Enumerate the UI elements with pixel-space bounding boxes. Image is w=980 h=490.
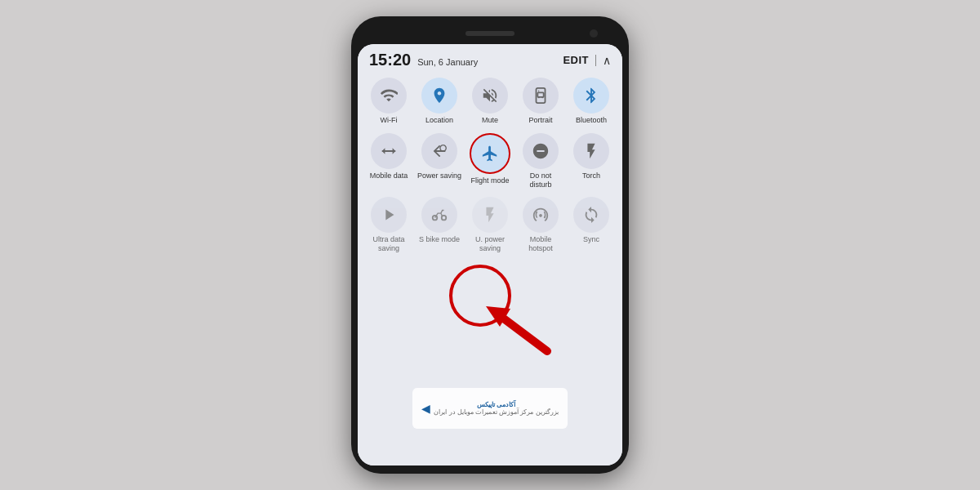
- tiles-row-2: Mobile data Power saving: [364, 133, 616, 189]
- torch-icon: [582, 142, 600, 160]
- phone-device: 15:20 Sun, 6 January EDIT ∧: [351, 16, 629, 474]
- vertical-divider: [595, 55, 596, 66]
- location-icon: [430, 87, 448, 105]
- sbike-icon: [430, 206, 448, 224]
- tile-mute[interactable]: Mute: [467, 78, 513, 125]
- hotspot-icon-wrap: [523, 197, 559, 233]
- flight-mode-icon: [481, 145, 499, 163]
- bluetooth-label: Bluetooth: [576, 116, 607, 125]
- portrait-icon-wrap: [523, 78, 559, 114]
- tile-ultra-data[interactable]: Ultra data saving: [366, 197, 412, 253]
- mute-icon-wrap: [472, 78, 508, 114]
- status-right: EDIT ∧: [563, 54, 611, 67]
- wifi-icon-wrap: [371, 78, 407, 114]
- mobile-data-icon-wrap: [371, 133, 407, 169]
- sync-icon-wrap: [573, 197, 609, 233]
- flight-mode-icon-wrap: [470, 133, 510, 174]
- tile-flight-mode[interactable]: Flight mode: [467, 133, 513, 185]
- tiles-row-1: Wi-Fi Location: [364, 78, 616, 125]
- tile-location[interactable]: Location: [416, 78, 462, 125]
- tile-sync[interactable]: Sync: [568, 197, 614, 244]
- portrait-label: Portrait: [528, 116, 552, 125]
- upower-label: U. power saving: [467, 235, 513, 253]
- edit-button[interactable]: EDIT: [563, 54, 589, 66]
- hotspot-icon: [532, 206, 550, 224]
- portrait-icon: [532, 87, 550, 105]
- tile-hotspot[interactable]: Mobile hotspot: [518, 197, 564, 253]
- tile-portrait[interactable]: Portrait: [518, 78, 564, 125]
- sync-icon: [582, 206, 600, 224]
- time-date-area: 15:20 Sun, 6 January: [369, 51, 478, 69]
- svg-rect-1: [537, 92, 543, 97]
- mobile-data-label: Mobile data: [370, 172, 408, 180]
- ultra-data-icon-wrap: [371, 197, 407, 233]
- tile-mobile-data[interactable]: Mobile data: [366, 133, 412, 180]
- sync-label: Sync: [583, 235, 599, 244]
- do-not-disturb-label: Do not disturb: [518, 172, 564, 189]
- flight-mode-label: Flight mode: [470, 176, 509, 185]
- torch-icon-wrap: [573, 133, 609, 169]
- date-display: Sun, 6 January: [417, 57, 478, 67]
- torch-label: Torch: [582, 172, 600, 180]
- location-icon-wrap: [421, 78, 457, 114]
- svg-point-3: [440, 145, 446, 150]
- mobile-data-icon: [380, 142, 398, 160]
- ultra-data-label: Ultra data saving: [366, 235, 412, 253]
- upower-icon-wrap: [472, 197, 508, 233]
- tile-do-not-disturb[interactable]: Do not disturb: [518, 133, 564, 189]
- sbike-label: S bike mode: [419, 235, 460, 244]
- collapse-icon[interactable]: ∧: [603, 54, 611, 67]
- hotspot-label: Mobile hotspot: [518, 235, 564, 253]
- upower-icon: [481, 206, 499, 224]
- bluetooth-icon: [582, 87, 600, 105]
- phone-camera: [590, 29, 598, 38]
- power-saving-icon: [430, 142, 448, 160]
- tile-upower[interactable]: U. power saving: [467, 197, 513, 253]
- power-saving-label: Power saving: [417, 172, 461, 180]
- bluetooth-icon-wrap: [573, 78, 609, 114]
- mute-label: Mute: [482, 116, 498, 125]
- status-bar: 15:20 Sun, 6 January EDIT ∧: [358, 44, 622, 73]
- watermark: ◀ آکادمی تاپیکس بزرگترین مرکز آموزش تعمی…: [412, 388, 568, 429]
- wifi-label: Wi-Fi: [381, 116, 398, 125]
- tile-torch[interactable]: Torch: [568, 133, 614, 180]
- location-label: Location: [425, 116, 453, 125]
- do-not-disturb-icon-wrap: [523, 133, 559, 169]
- do-not-disturb-icon: [532, 142, 550, 160]
- clock: 15:20: [369, 51, 411, 69]
- power-saving-icon-wrap: [421, 133, 457, 169]
- sbike-icon-wrap: [421, 197, 457, 233]
- phone-notch: [358, 24, 622, 42]
- tile-sbike[interactable]: S bike mode: [416, 197, 462, 244]
- wifi-icon: [380, 87, 398, 105]
- tile-wifi[interactable]: Wi-Fi: [366, 78, 412, 125]
- ultra-data-icon: [380, 206, 398, 224]
- mute-icon: [481, 87, 499, 105]
- tile-bluetooth[interactable]: Bluetooth: [568, 78, 614, 125]
- phone-speaker: [466, 31, 514, 36]
- tile-power-saving[interactable]: Power saving: [416, 133, 462, 180]
- tiles-row-3: Ultra data saving S bike mode: [364, 197, 616, 253]
